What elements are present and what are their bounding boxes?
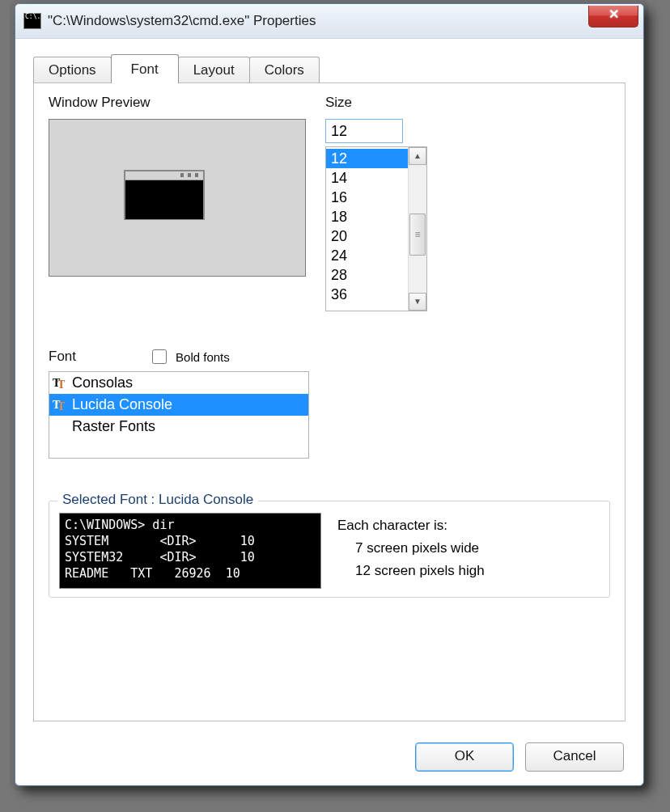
truetype-icon: TT [53,394,69,416]
tab-layout[interactable]: Layout [178,57,250,82]
size-option[interactable]: 24 [331,246,408,265]
size-section: Size 12 14 16 18 20 24 28 36 [325,95,430,311]
size-option[interactable]: 14 [331,168,408,188]
scroll-down-button[interactable]: ▼ [409,293,426,311]
window-title: "C:\Windows\system32\cmd.exe" Properties [48,13,316,29]
preview-miniwindow [124,170,205,220]
char-width-text: 7 screen pixels wide [337,537,485,560]
size-option[interactable]: 12 [326,149,408,168]
font-option[interactable]: TT Lucida Console [49,394,308,416]
size-input[interactable] [325,119,403,143]
truetype-icon: TT [53,372,69,394]
window-preview-label: Window Preview [49,95,306,111]
size-option[interactable]: 18 [331,207,408,226]
titlebar: "C:\Windows\system32\cmd.exe" Properties… [15,4,643,39]
window-preview-box [49,119,306,277]
scroll-thumb[interactable] [409,214,426,256]
bold-fonts-label: Bold fonts [176,350,230,364]
close-button[interactable]: ✕ [588,6,638,27]
font-name: Raster Fonts [72,416,155,438]
font-name: Consolas [72,372,133,394]
font-option[interactable]: Raster Fonts [49,416,308,438]
tab-panel-font: Window Preview Size 12 14 [33,82,625,721]
size-label: Size [325,95,430,111]
selected-font-groupbox: Selected Font : Lucida Console C:\WINDOW… [49,501,610,598]
tab-colors[interactable]: Colors [249,57,320,82]
selected-font-title: Selected Font : Lucida Console [57,492,258,508]
tab-font[interactable]: Font [111,54,179,83]
cancel-button[interactable]: Cancel [525,742,624,772]
bold-fonts-checkbox[interactable]: Bold fonts [149,347,230,366]
size-option[interactable]: 28 [331,265,408,285]
scrollbar-vertical[interactable]: ▲ ▼ [408,147,426,311]
tab-options[interactable]: Options [33,57,112,82]
size-option[interactable]: 36 [331,285,408,304]
character-info: Each character is: 7 screen pixels wide … [337,513,485,582]
font-name: Lucida Console [72,394,172,416]
font-option[interactable]: TT Consolas [49,372,308,394]
size-option[interactable]: 20 [331,226,408,246]
char-info-heading: Each character is: [337,514,485,537]
bold-fonts-checkbox-input[interactable] [152,349,167,364]
tabstrip: Options Font Layout Colors [33,53,625,82]
window-preview-section: Window Preview [49,95,306,311]
char-height-text: 12 screen pixels high [337,560,485,582]
font-listbox[interactable]: TT Consolas TT Lucida Console Raster Fon… [49,371,309,459]
scroll-track[interactable] [409,165,426,293]
scroll-up-button[interactable]: ▲ [409,147,426,165]
client-area: Options Font Layout Colors Window Previe… [15,39,643,786]
cmd-icon [23,13,41,29]
font-sample-preview: C:\WINDOWS> dir SYSTEM <DIR> 10 SYSTEM32… [59,513,321,589]
size-option[interactable]: 16 [331,188,408,207]
dialog-buttons: OK Cancel [415,742,624,772]
properties-dialog: "C:\Windows\system32\cmd.exe" Properties… [15,3,644,786]
size-listbox[interactable]: 12 14 16 18 20 24 28 36 ▲ [325,146,427,311]
ok-button[interactable]: OK [415,742,514,772]
font-label: Font [49,349,76,365]
